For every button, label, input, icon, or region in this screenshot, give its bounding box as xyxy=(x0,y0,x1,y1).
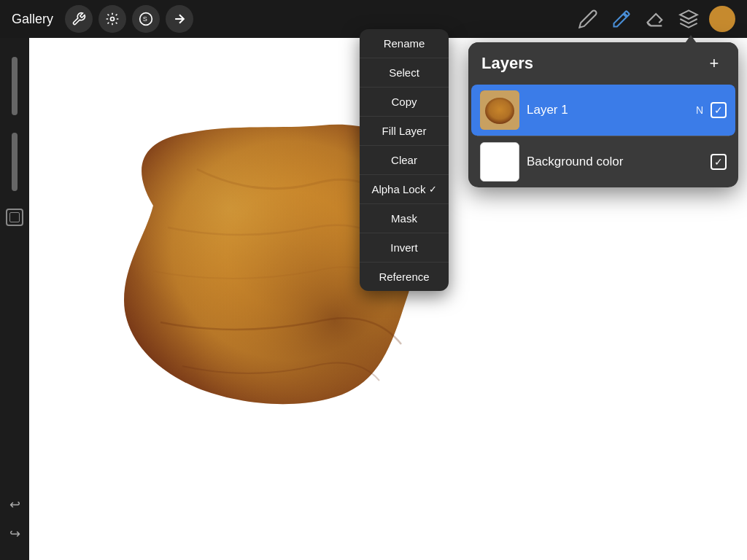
menu-item-fill-layer[interactable]: Fill Layer xyxy=(360,117,449,146)
alpha-lock-checkmark: ✓ xyxy=(429,184,437,195)
redo-button[interactable]: ↪ xyxy=(3,522,26,545)
layers-header: Layers + xyxy=(468,42,738,85)
eraser-tool[interactable] xyxy=(642,6,668,32)
menu-item-select[interactable]: Select xyxy=(360,58,449,88)
brush-size-slider[interactable] xyxy=(12,57,18,115)
shape-tool[interactable] xyxy=(6,209,23,226)
menu-item-invert[interactable]: Invert xyxy=(360,233,449,262)
smudge-button[interactable]: S xyxy=(132,5,160,33)
context-menu: Rename Select Copy Fill Layer Clear Alph… xyxy=(360,29,449,291)
menu-item-clear[interactable]: Clear xyxy=(360,146,449,175)
layer-row-layer1[interactable]: Layer 1 N xyxy=(471,85,735,136)
background-layer-name: Background color xyxy=(527,155,703,169)
layer1-name: Layer 1 xyxy=(527,103,689,117)
undo-button[interactable]: ↩ xyxy=(3,493,26,516)
layer-row-background[interactable]: Background color xyxy=(471,136,735,187)
background-color-thumbnail xyxy=(480,142,519,182)
left-sidebar: ↩ ↪ xyxy=(0,38,29,560)
svg-point-4 xyxy=(485,98,514,124)
svg-text:S: S xyxy=(143,15,147,23)
arrow-button[interactable] xyxy=(166,5,193,33)
gallery-button[interactable]: Gallery xyxy=(12,12,53,27)
layer1-thumbnail xyxy=(480,90,519,130)
layers-panel-pointer xyxy=(684,35,698,45)
adjust-button[interactable] xyxy=(98,5,126,33)
menu-item-copy[interactable]: Copy xyxy=(360,88,449,117)
menu-item-mask[interactable]: Mask xyxy=(360,204,449,233)
menu-item-reference[interactable]: Reference xyxy=(360,262,449,291)
layer1-visibility-checkbox[interactable] xyxy=(711,102,727,118)
layer1-mode: N xyxy=(696,104,703,116)
opacity-slider[interactable] xyxy=(12,133,18,191)
layers-add-button[interactable]: + xyxy=(703,52,725,74)
layers-tool[interactable] xyxy=(676,6,702,32)
svg-point-0 xyxy=(111,18,115,21)
wrench-button[interactable] xyxy=(65,5,93,33)
layers-title: Layers xyxy=(481,54,533,73)
menu-item-rename[interactable]: Rename xyxy=(360,29,449,58)
avatar[interactable] xyxy=(709,6,735,32)
pencil-tool[interactable] xyxy=(575,6,601,32)
layers-panel: Layers + Layer 1 N xyxy=(468,42,738,187)
svg-marker-2 xyxy=(680,10,697,19)
svg-rect-5 xyxy=(481,143,519,182)
background-visibility-checkbox[interactable] xyxy=(711,154,727,170)
top-right-tools xyxy=(575,6,735,32)
brush-tool[interactable] xyxy=(608,6,635,32)
menu-item-alpha-lock[interactable]: Alpha Lock ✓ xyxy=(360,175,449,204)
